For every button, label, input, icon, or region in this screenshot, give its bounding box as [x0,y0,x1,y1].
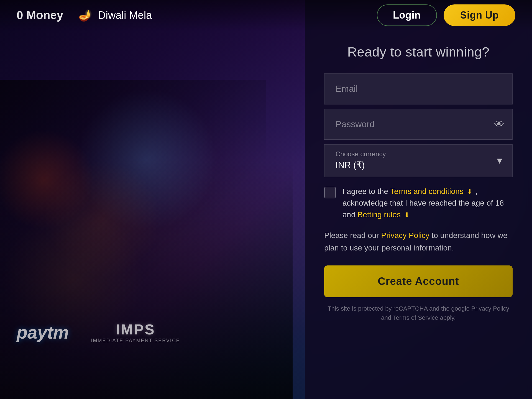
payment-logos: paytm IMPS Immediate Payment Service [17,321,180,344]
currency-value: INR (₹) [336,160,365,170]
betting-rules-link[interactable]: Betting rules [358,210,401,219]
privacy-policy-link[interactable]: Privacy Policy [381,231,429,240]
navbar-right: Login Sign Up [377,4,515,26]
diwali-section: 🪔 Diwali Mela [77,7,152,24]
terms-conditions-link[interactable]: Terms and conditions [390,187,464,196]
create-account-button[interactable]: Create Account [324,265,513,297]
diwali-icon: 🪔 [77,7,94,24]
navbar-left: 0 Money 🪔 Diwali Mela [17,7,152,24]
password-wrapper: 👁 [324,109,513,140]
person-overlay [0,80,266,399]
terms-section: I agree to the Terms and conditions ⬇ , … [324,186,513,221]
privacy-text: Please read our Privacy Policy to unders… [324,229,513,254]
form-title: Ready to start winning? [347,44,489,60]
navbar: 0 Money 🪔 Diwali Mela Login Sign Up [0,0,532,30]
imps-subtitle: Immediate Payment Service [91,338,180,344]
imps-text: IMPS [116,321,155,338]
free-money-text: 0 Money [17,9,63,22]
imps-logo: IMPS Immediate Payment Service [91,321,180,344]
terms-text: I agree to the Terms and conditions ⬇ , … [342,186,513,221]
chevron-down-icon: ▼ [495,156,504,166]
login-button[interactable]: Login [377,4,437,26]
currency-dropdown[interactable]: Choose currency INR (₹) ▼ [324,144,513,177]
signup-panel: Ready to start winning? 👁 Choose currenc… [305,0,532,399]
terms-prefix: I agree to the [342,187,390,196]
recaptcha-notice: This site is protected by reCAPTCHA and … [324,304,513,322]
betting-download-icon[interactable]: ⬇ [404,211,410,219]
privacy-section: Please read our Privacy Policy to unders… [324,229,513,254]
toggle-password-icon[interactable]: 👁 [494,119,504,130]
signup-button[interactable]: Sign Up [444,4,515,26]
email-field[interactable] [324,73,513,104]
form-container: 👁 Choose currency INR (₹) ▼ I agree to t… [324,73,513,322]
currency-label: Choose currency [336,150,501,158]
privacy-prefix: Please read our [324,231,381,240]
terms-download-icon[interactable]: ⬇ [467,188,474,195]
terms-checkbox[interactable] [324,187,336,198]
paytm-logo: paytm [17,322,69,343]
diwali-label: Diwali Mela [98,9,152,21]
password-field[interactable] [324,109,513,140]
